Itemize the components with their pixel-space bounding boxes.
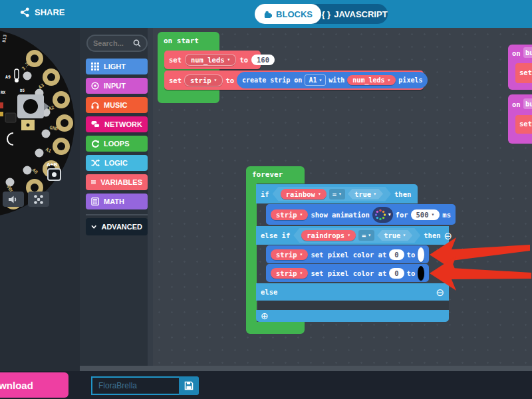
add-branch-button[interactable]: ⊕ (261, 311, 269, 321)
category-music[interactable]: MUSIC (86, 97, 148, 113)
toolbox-search[interactable] (86, 35, 148, 52)
keyword: to (407, 251, 416, 259)
on-button-block-2[interactable]: on bu set (508, 94, 532, 144)
variable-dropdown[interactable]: strip▾ (184, 74, 223, 86)
keyword: on (512, 49, 521, 57)
number-input[interactable]: 0 (389, 249, 404, 260)
download-label: Download (0, 380, 33, 391)
empty-statement-slot[interactable] (258, 301, 449, 310)
collapse-branch-button[interactable]: ⊖ (444, 231, 453, 241)
pin-dropdown[interactable]: A1▾ (305, 74, 326, 86)
variable-dropdown[interactable]: raindrops▾ (301, 230, 356, 241)
keyword: then (394, 190, 411, 198)
keyword: else if (261, 231, 290, 239)
block-toolbox: LIGHT INPUT MUSIC NETWORK (80, 28, 153, 371)
category-label: NETWORK (104, 120, 142, 128)
block-workspace[interactable]: on start set num_leds▾ to 160 set strip▾… (153, 28, 532, 371)
project-name-box (91, 376, 199, 395)
keyword: set pixel color at (311, 269, 386, 277)
category-input[interactable]: INPUT (86, 78, 148, 94)
chat-bubbles-icon (91, 120, 100, 128)
condition-slot: rainbow▾ =▾ true▾ (273, 187, 391, 201)
variable-dropdown[interactable]: strip▾ (271, 209, 308, 220)
if-block-header[interactable]: if rainbow▾ =▾ true▾ then (256, 184, 418, 203)
create-strip-block[interactable]: create strip on A1▾ with num_leds▾ pixel… (237, 72, 428, 88)
button-dropdown[interactable]: bu (523, 47, 532, 58)
set-block-partial[interactable]: set (515, 63, 532, 83)
label-a9: A9 (5, 74, 11, 80)
variable-dropdown[interactable]: rainbow▾ (281, 189, 327, 200)
category-math[interactable]: MATH (86, 194, 148, 209)
button-dropdown[interactable]: bu (523, 98, 532, 109)
category-advanced[interactable]: ADVANCED (86, 218, 148, 235)
share-icon (20, 7, 30, 17)
braces-icon: { } (321, 9, 331, 19)
set-strip-block[interactable]: set strip▾ to create strip on A1▾ with n… (164, 70, 424, 90)
category-light[interactable]: LIGHT (86, 59, 148, 74)
boolean-dropdown[interactable]: true▾ (348, 189, 383, 200)
category-label: VARIABLES (100, 178, 142, 186)
save-icon (184, 381, 194, 390)
operator-dropdown[interactable]: =▾ (329, 189, 345, 200)
headphones-icon (91, 101, 99, 109)
variable-dropdown[interactable]: num_leds▾ (185, 54, 236, 66)
color-swatch-white[interactable] (418, 247, 424, 262)
forever-spine (246, 182, 257, 323)
tab-blocks-label: BLOCKS (276, 9, 313, 19)
add-branch-row[interactable]: ⊕ (256, 310, 449, 322)
keyword: set pixel color at (311, 251, 386, 259)
keyword: for (396, 211, 408, 219)
tab-javascript-label: JAVASCRIPT (334, 9, 387, 19)
color-swatch-black[interactable] (418, 266, 424, 281)
category-label: MUSIC (104, 101, 127, 109)
collapse-branch-button[interactable]: ⊖ (436, 287, 444, 297)
condition-slot: raindrops▾ =▾ true▾ (293, 228, 420, 243)
fullscreen-button[interactable] (28, 192, 49, 207)
variable-dropdown[interactable]: num_leds▾ (347, 75, 396, 85)
set-num-leds-block[interactable]: set num_leds▾ to 160 (164, 51, 261, 69)
mute-button[interactable] (3, 192, 24, 207)
operator-dropdown[interactable]: =▾ (358, 230, 374, 241)
keyword: set (169, 56, 182, 64)
app-header: SHARE BLOCKS { } JAVASCRIPT (0, 0, 532, 28)
keyword: create strip on (242, 76, 302, 84)
category-logic[interactable]: LOGIC (86, 155, 148, 171)
category-network[interactable]: NETWORK (86, 116, 148, 132)
show-animation-block[interactable]: strip▾ show animation ▾ for 500▾ ms (266, 204, 456, 225)
elseif-row[interactable]: else if raindrops▾ =▾ true▾ then ⊖ (256, 226, 449, 245)
share-button[interactable]: SHARE (20, 7, 65, 17)
else-row[interactable]: else ⊖ (256, 283, 449, 301)
tab-blocks[interactable]: BLOCKS (255, 4, 321, 24)
search-input[interactable] (93, 39, 133, 47)
variable-dropdown[interactable]: strip▾ (271, 268, 308, 279)
variable-dropdown[interactable]: strip▾ (271, 249, 308, 260)
set-block-partial[interactable]: set (515, 115, 532, 134)
category-label: ADVANCED (101, 223, 142, 231)
set-pixel-color-block-2[interactable]: strip▾ set pixel color at 0 to (266, 264, 429, 282)
forever-block[interactable]: forever (246, 166, 305, 184)
label-rx: RX (1, 90, 6, 94)
number-input[interactable]: 0 (389, 268, 404, 279)
category-loops[interactable]: LOOPS (86, 136, 148, 152)
duration-dropdown[interactable]: 500▾ (411, 209, 440, 220)
save-button[interactable] (179, 376, 199, 395)
category-label: LIGHT (104, 63, 126, 70)
tab-javascript[interactable]: { } JAVASCRIPT (321, 9, 388, 19)
toolbox-divider (86, 214, 148, 215)
search-icon (133, 39, 141, 47)
keyword: set (169, 76, 182, 84)
animation-dropdown[interactable]: ▾ (372, 207, 393, 223)
number-input[interactable]: 160 (251, 55, 275, 65)
set-pixel-color-block-1[interactable]: strip▾ set pixel color at 0 to (266, 245, 429, 263)
boolean-dropdown[interactable]: true▾ (377, 230, 412, 241)
on-button-block-1[interactable]: on bu set (508, 45, 532, 90)
keyword: to (239, 56, 248, 64)
ab-button-label: A+B (47, 162, 57, 168)
puzzle-icon (263, 10, 272, 19)
keyword: else (261, 288, 277, 296)
speaker-icon (9, 196, 18, 203)
download-button[interactable]: Download (0, 372, 68, 398)
keyword: ms (442, 211, 451, 219)
category-variables[interactable]: VARIABLES (86, 174, 148, 190)
project-name-input[interactable] (91, 376, 179, 395)
